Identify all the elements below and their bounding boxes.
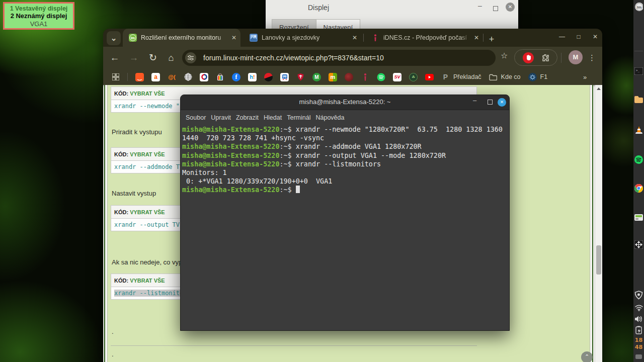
wifi-icon[interactable]	[634, 303, 643, 312]
select-all-link[interactable]: VYBRAT VŠE	[130, 151, 165, 157]
tab-forum[interactable]: lm Rozlišení externího monitoru ✕	[123, 29, 240, 47]
screenshot-tool-icon[interactable]	[634, 213, 643, 222]
browser-close-button[interactable]: ✕	[592, 33, 599, 40]
bookmark-spotify-icon[interactable]	[377, 73, 385, 81]
post-dot: .	[112, 350, 114, 358]
show-desktop-button[interactable]	[635, 354, 642, 359]
forward-button[interactable]: →	[127, 51, 141, 65]
browser-menu-icon[interactable]: ⋮	[588, 51, 596, 65]
tab-close-icon[interactable]: ✕	[231, 34, 236, 41]
bookmark-heureka-icon[interactable]	[264, 73, 273, 81]
bookmark-translator-icon[interactable]: P	[441, 73, 450, 81]
battery-icon[interactable]	[634, 326, 643, 334]
adblock-icon[interactable]	[523, 52, 534, 63]
select-all-link[interactable]: VYBRAT VŠE	[130, 278, 165, 284]
bookmark-f1-label[interactable]: F1	[540, 73, 548, 80]
select-all-link[interactable]: VYBRAT VŠE	[130, 90, 165, 97]
vlc-icon[interactable]	[634, 126, 643, 134]
bookmark-swirl-icon[interactable]	[345, 73, 353, 81]
bookmark-h-icon[interactable]: h!	[248, 73, 257, 81]
panel-divider	[634, 51, 643, 51]
shield-icon[interactable]	[634, 291, 643, 299]
terminal-output[interactable]: misha@misha-Extensa-5220:~$ xrandr --new…	[182, 125, 508, 329]
bookmark-shield-icon[interactable]	[296, 73, 305, 81]
scrollbar-up-arrow[interactable]	[597, 87, 601, 90]
bookmarks-overflow-icon[interactable]: »	[583, 73, 587, 81]
tab-strip: ⌄ lm Rozlišení externího monitoru ✕ Lano…	[103, 29, 602, 47]
post-dot: .	[112, 328, 114, 335]
bookmark-alza-icon[interactable]: a	[151, 73, 160, 81]
mint-menu-icon[interactable]: lm	[634, 3, 643, 11]
apps-grid-icon[interactable]	[111, 73, 120, 81]
page-scrollbar[interactable]	[595, 85, 602, 362]
menu-soubor[interactable]: Soubor	[186, 114, 206, 121]
bookmark-youtube-icon[interactable]	[425, 73, 434, 81]
svg-text:>_: >_	[636, 68, 640, 72]
move-tool-icon[interactable]	[634, 240, 643, 249]
extensions-puzzle-icon[interactable]	[542, 54, 549, 61]
terminal-minimize-button[interactable]: –	[473, 97, 476, 104]
clock-hours[interactable]: 18	[633, 337, 644, 343]
bookmark-star-icon[interactable]: ☆	[501, 51, 508, 60]
browser-minimize-button[interactable]: —	[558, 33, 566, 40]
site-settings-icon[interactable]	[185, 52, 196, 63]
scroll-to-top-button[interactable]: ⌃	[581, 351, 593, 362]
bookmark-facebook-icon[interactable]: f	[232, 73, 240, 81]
spotify-icon[interactable]	[634, 155, 643, 164]
terminal-maximize-button[interactable]	[488, 100, 493, 105]
bookmark-globe-icon[interactable]	[184, 73, 192, 81]
menu-napoveda[interactable]: Nápověda	[315, 114, 344, 121]
svg-text:lm: lm	[637, 5, 641, 10]
tab-idnes[interactable]: iDNES.cz - Předpověď počasí ✕	[365, 29, 483, 47]
bookmark-folder-label[interactable]: Kde co	[501, 73, 521, 80]
photo-favicon	[250, 34, 258, 42]
chrome-icon[interactable]	[634, 184, 643, 193]
tab-lanovky[interactable]: Lanovky a sjezdovky ✕	[244, 29, 361, 47]
terminal-window: misha@misha-Extensa-5220: ~ – ✕ Soubor U…	[180, 95, 510, 331]
bookmark-sv-icon[interactable]: SV	[393, 73, 401, 81]
menu-upravit[interactable]: Upravit	[211, 114, 231, 121]
svg-text:lm: lm	[131, 36, 135, 40]
bookmark-aliexpress-icon[interactable]: ‿	[135, 73, 144, 81]
bookmark-translator-label[interactable]: Překladač	[453, 73, 481, 80]
select-all-link[interactable]: VYBRAT VŠE	[130, 209, 165, 215]
scrollbar-thumb[interactable]	[596, 245, 601, 275]
terminal-titlebar[interactable]: misha@misha-Extensa-5220: ~ – ✕	[181, 95, 509, 110]
bookmark-train-icon[interactable]	[280, 73, 289, 81]
tab-title: iDNES.cz - Předpověď počasí	[383, 34, 471, 41]
bookmark-f1-icon[interactable]	[528, 73, 537, 81]
bookmark-folder-icon[interactable]	[489, 73, 498, 81]
address-bar[interactable]: forum.linux-mint-czech.cz/viewtopic.php?…	[182, 50, 496, 66]
displej-close-button[interactable]: ✕	[506, 3, 515, 12]
bookmark-mapy-icon[interactable]: M	[312, 73, 321, 81]
new-tab-button[interactable]: +	[485, 33, 499, 47]
back-button[interactable]: ←	[108, 51, 122, 65]
volume-icon[interactable]	[634, 315, 643, 323]
menu-terminal[interactable]: Terminál	[287, 114, 310, 121]
bookmark-emblem-icon[interactable]: ☘	[409, 73, 418, 81]
terminal-close-button[interactable]: ✕	[498, 98, 506, 107]
code-label: KÓD:	[114, 151, 128, 157]
terminal-menubar: Soubor Upravit Zobrazit Hledat Terminál …	[181, 111, 509, 124]
bookmark-mall-icon[interactable]: m	[329, 73, 337, 81]
bookmark-idnes-icon[interactable]	[361, 73, 369, 81]
reload-button[interactable]: ↻	[146, 51, 160, 65]
tab-search-button[interactable]: ⌄	[107, 31, 121, 45]
browser-maximize-button[interactable]: □	[575, 33, 582, 40]
displej-maximize-button[interactable]	[493, 6, 498, 11]
display-identify-badge: 1 Vestavěný displej 2 Neznámý displej VG…	[3, 2, 74, 30]
menu-zobrazit[interactable]: Zobrazit	[236, 114, 259, 121]
tab-close-icon[interactable]: ✕	[474, 34, 479, 41]
tab-close-icon[interactable]: ✕	[352, 34, 357, 41]
terminal-launcher-icon[interactable]: >_	[634, 67, 643, 75]
displej-minimize-button[interactable]: –	[478, 2, 482, 10]
bookmarks-bar: ‿ a @( f h! M m	[103, 69, 602, 85]
bookmark-o-icon[interactable]	[200, 73, 208, 81]
menu-hledat[interactable]: Hledat	[264, 114, 282, 121]
bookmark-bag-icon[interactable]	[216, 73, 224, 81]
clock-minutes[interactable]: 48	[633, 344, 644, 350]
bookmark-atlas-icon[interactable]: @(	[168, 73, 176, 81]
home-button[interactable]: ⌂	[164, 51, 178, 65]
files-icon[interactable]	[634, 95, 643, 104]
profile-avatar[interactable]: M	[569, 50, 583, 64]
